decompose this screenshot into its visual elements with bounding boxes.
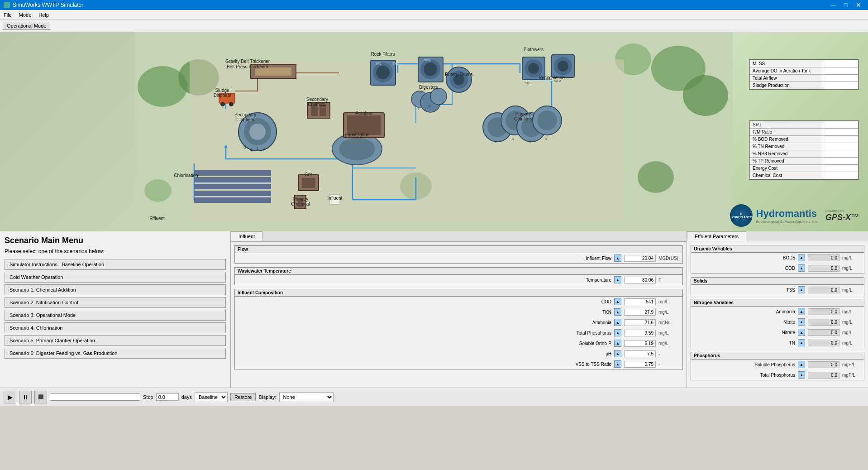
svg-text:2: 2 [512, 137, 515, 141]
toolbar: ▶ ⏸ ⬛ Stop days Baseline Restore Display… [0, 388, 868, 406]
eff-cod-row: COD ▲ mg/L [691, 263, 864, 273]
tss-icon[interactable]: ▲ [798, 286, 805, 293]
svg-point-52 [424, 62, 437, 76]
total-phos-row: Total Phosphorus ▲ mg/L [235, 328, 682, 338]
display-select[interactable]: None [279, 392, 334, 402]
nitrate-value [808, 329, 839, 336]
scenario-btn-s3[interactable]: Scenario 3: Operational Mode [5, 310, 226, 321]
scenario-btn-s4[interactable]: Scenario 4: Chlorination [5, 322, 226, 333]
ammonia-icon[interactable]: ▲ [614, 319, 621, 326]
total-phos-eff-icon[interactable]: ▲ [798, 371, 805, 379]
tkn-icon[interactable]: ▲ [614, 308, 621, 316]
temperature-icon[interactable]: ▲ [614, 276, 621, 283]
nitrite-icon[interactable]: ▲ [798, 318, 805, 326]
phosphorus-section: Phosphorus Soluble Phosphorus ▲ mgP/L To… [691, 352, 864, 380]
svg-text:3: 3 [429, 104, 431, 108]
influent-flow-input[interactable] [624, 255, 656, 262]
vss-tss-input[interactable] [624, 361, 656, 368]
bod-value [822, 136, 858, 143]
maximize-button[interactable]: □ [840, 0, 852, 10]
solids-header: Solids [691, 278, 864, 285]
titlebar: SimuWorks WWTP Simulator ─ □ ✕ [0, 0, 868, 10]
menu-mode[interactable]: Mode [15, 10, 35, 19]
nitrate-icon[interactable]: ▲ [798, 329, 805, 336]
ph-label: pH [238, 351, 611, 356]
vss-tss-icon[interactable]: ▲ [614, 360, 621, 368]
svg-text:Rock Filters: Rock Filters [371, 52, 395, 57]
ph-input[interactable] [624, 350, 656, 357]
total-phos-label: Total Phosphorus [238, 331, 611, 336]
influent-tab[interactable]: Influent [231, 231, 262, 241]
close-button[interactable]: ✕ [853, 0, 864, 10]
bod5-icon[interactable]: ▲ [798, 254, 805, 261]
eff-tn-label: TN [695, 341, 795, 345]
svg-text:Grit: Grit [305, 172, 312, 177]
minimize-button[interactable]: ─ [827, 0, 839, 10]
scenario-btn-s1[interactable]: Scenario 1: Chemical Addition [5, 284, 226, 295]
plant-diagram: 3 4 1 2 [0, 32, 868, 231]
influent-flow-row: Influent Flow ▲ MGD(US) [235, 253, 682, 263]
stop-value-input[interactable] [156, 393, 179, 401]
ph-icon[interactable]: ▲ [614, 350, 621, 357]
cod-label: COD [238, 299, 611, 304]
scenario-btn-baseline[interactable]: Simulator Instructions - Baseline Operat… [5, 259, 226, 270]
tkn-label: TKN [238, 310, 611, 315]
tp-label: % TP Removed [750, 158, 822, 165]
menu-file[interactable]: File [0, 10, 15, 19]
sol-ortho-input[interactable] [624, 340, 656, 347]
sol-ortho-row: Soluble Ortho-P ▲ mg/L [235, 338, 682, 349]
svg-text:1: 1 [495, 140, 497, 144]
cod-icon[interactable]: ▲ [614, 298, 621, 305]
eff-tn-icon[interactable]: ▲ [798, 339, 805, 346]
svg-text:2: 2 [263, 148, 265, 152]
svg-text:BT1: BT1 [525, 81, 532, 85]
tkn-input[interactable] [624, 309, 656, 316]
temperature-input[interactable] [624, 277, 656, 283]
sol-ortho-icon[interactable]: ▲ [614, 340, 621, 347]
scenario-btn-cold[interactable]: Cold Weather Operation [5, 272, 226, 283]
baseline-select[interactable]: Baseline [195, 392, 228, 402]
scenario-btn-s5[interactable]: Scenario 5: Primary Clarifier Operation [5, 335, 226, 346]
cod-unit: mg/L [658, 299, 679, 304]
restore-button[interactable]: Restore [230, 393, 256, 401]
svg-text:Clarifiers: Clarifiers [236, 117, 254, 122]
operational-mode-button[interactable]: Operational Mode [3, 22, 50, 30]
app-title: SimuWorks WWTP Simulator [13, 2, 83, 8]
pause-button[interactable]: ⏸ [19, 391, 32, 403]
cod-input[interactable] [624, 298, 656, 305]
total-phos-icon[interactable]: ▲ [614, 329, 621, 336]
eff-ammonia-icon[interactable]: ▲ [798, 308, 805, 315]
tn-value [822, 143, 858, 150]
ammonia-row: Ammonia ▲ mgN/L [235, 317, 682, 328]
chem-value [822, 172, 858, 179]
sol-ortho-unit: mg/L [658, 341, 679, 346]
play-button[interactable]: ▶ [4, 391, 16, 403]
svg-rect-16 [194, 197, 271, 203]
progress-bar [50, 393, 140, 401]
hydromantis-branding: Hydromantis Environmental Software Solut… [756, 208, 818, 224]
fm-value [822, 129, 858, 136]
eff-tn-row: TN ▲ mg/L [691, 338, 864, 348]
eff-cod-icon[interactable]: ▲ [798, 264, 805, 272]
svg-rect-13 [194, 177, 271, 182]
bod5-label: BOD5 [695, 255, 795, 260]
influent-flow-icon[interactable]: ▲ [614, 254, 621, 262]
svg-text:TF1: TF1 [375, 62, 382, 66]
svg-text:Biotowers: Biotowers [524, 47, 544, 52]
app-icon [4, 2, 10, 8]
influent-flow-label: Influent Flow [238, 256, 611, 261]
info-table-top: MLSS Average DO in Aeration Tank Total A… [749, 59, 859, 90]
total-phos-input[interactable] [624, 330, 656, 336]
menu-help[interactable]: Help [35, 10, 52, 19]
nitrogen-header: Nitrogen Variables [691, 299, 864, 307]
sludge-prod-label: Sludge Production [750, 82, 822, 89]
scenario-btn-s2[interactable]: Scenario 2: Nitrification Control [5, 297, 226, 308]
scenario-btn-s6[interactable]: Scenario 6: Digester Feeding vs. Gas Pro… [5, 348, 226, 359]
stop-button[interactable]: ⬛ [34, 391, 47, 403]
sol-phos-icon[interactable]: ▲ [798, 361, 805, 368]
ammonia-input[interactable] [624, 319, 656, 326]
effluent-tab[interactable]: Effluent Parameters [687, 231, 746, 241]
ww-temp-section: Wastewater Temperature Temperature ▲ F [234, 267, 683, 285]
svg-text:Secondary: Secondary [234, 112, 256, 117]
svg-point-47 [376, 66, 390, 79]
